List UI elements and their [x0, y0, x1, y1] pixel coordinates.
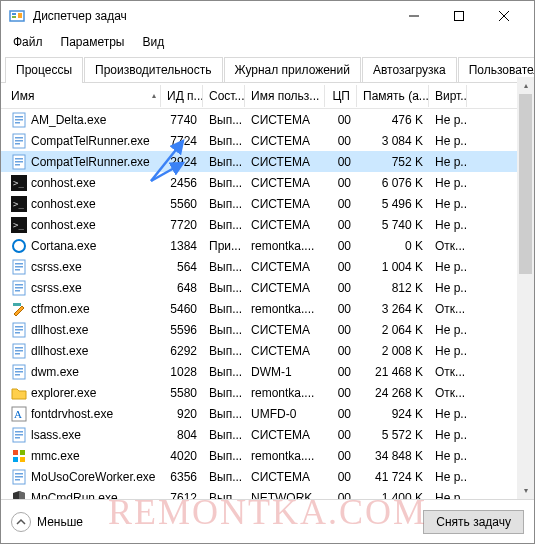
process-icon [11, 427, 27, 443]
svg-rect-45 [15, 368, 23, 370]
cell-pid: 7724 [161, 132, 203, 150]
process-name: CompatTelRunner.exe [31, 134, 150, 148]
svg-rect-54 [13, 450, 18, 455]
svg-rect-43 [15, 353, 20, 355]
process-name: dwm.exe [31, 365, 79, 379]
cell-pid: 4020 [161, 447, 203, 465]
app-icon [9, 8, 25, 24]
cell-memory: 2 008 K [357, 342, 429, 360]
tab-app-history[interactable]: Журнал приложений [224, 57, 361, 82]
cell-user: DWM-1 [245, 363, 325, 381]
cell-state: Вып... [203, 111, 245, 129]
table-row[interactable]: CompatTelRunner.exe2924Вып...СИСТЕМА0075… [1, 151, 534, 172]
cell-virt: Отк... [429, 384, 467, 402]
cell-pid: 648 [161, 279, 203, 297]
col-user[interactable]: Имя польз... [245, 85, 325, 107]
process-icon [11, 280, 27, 296]
cell-name: dllhost.exe [5, 341, 161, 361]
cell-pid: 564 [161, 258, 203, 276]
table-row[interactable]: CompatTelRunner.exe7724Вып...СИСТЕМА003 … [1, 130, 534, 151]
table-row[interactable]: mmc.exe4020Вып...remontka....0034 848 KН… [1, 445, 534, 466]
table-row[interactable]: csrss.exe648Вып...СИСТЕМА00812 KНе р... [1, 277, 534, 298]
process-name: AM_Delta.exe [31, 113, 106, 127]
table-row[interactable]: AM_Delta.exe7740Вып...СИСТЕМА00476 KНе р… [1, 109, 534, 130]
minimize-button[interactable] [391, 2, 436, 30]
fewer-label: Меньше [37, 515, 83, 529]
cell-cpu: 00 [325, 342, 357, 360]
fewer-details-button[interactable]: Меньше [11, 512, 83, 532]
cell-pid: 7740 [161, 111, 203, 129]
table-row[interactable]: >_conhost.exe2456Вып...СИСТЕМА006 076 KН… [1, 172, 534, 193]
cell-name: ctfmon.exe [5, 299, 161, 319]
col-name[interactable]: Имя [5, 85, 161, 107]
col-pid[interactable]: ИД п... [161, 85, 203, 107]
cell-virt: Не р... [429, 132, 467, 150]
tab-startup[interactable]: Автозагрузка [362, 57, 457, 82]
table-row[interactable]: dllhost.exe6292Вып...СИСТЕМА002 008 KНе … [1, 340, 534, 361]
col-virt[interactable]: Вирт... [429, 85, 467, 107]
process-name: mmc.exe [31, 449, 80, 463]
table-row[interactable]: ctfmon.exe5460Вып...remontka....003 264 … [1, 298, 534, 319]
cell-state: Вып... [203, 216, 245, 234]
cell-memory: 21 468 K [357, 363, 429, 381]
table-row[interactable]: explorer.exe5580Вып...remontka....0024 2… [1, 382, 534, 403]
table-row[interactable]: Cortana.exe1384При...remontka....000 KОт… [1, 235, 534, 256]
cell-virt: Не р... [429, 153, 467, 171]
cell-name: MoUsoCoreWorker.exe [5, 467, 161, 487]
close-button[interactable] [481, 2, 526, 30]
process-name: dllhost.exe [31, 323, 88, 337]
table-row[interactable]: dwm.exe1028Вып...DWM-10021 468 KОтк... [1, 361, 534, 382]
table-row[interactable]: Afontdrvhost.exe920Вып...UMFD-000924 KНе… [1, 403, 534, 424]
cell-user: СИСТЕМА [245, 468, 325, 486]
svg-rect-5 [454, 12, 463, 21]
cell-memory: 24 268 K [357, 384, 429, 402]
cell-pid: 6292 [161, 342, 203, 360]
cell-name: >_conhost.exe [5, 215, 161, 235]
tab-processes[interactable]: Процессы [5, 57, 83, 82]
col-state[interactable]: Сост... [203, 85, 245, 107]
scroll-thumb[interactable] [519, 94, 532, 274]
table-row[interactable]: >_conhost.exe7720Вып...СИСТЕМА005 740 KН… [1, 214, 534, 235]
scroll-down-button[interactable]: ▾ [517, 482, 534, 499]
cell-pid: 2456 [161, 174, 203, 192]
tab-performance[interactable]: Производительность [84, 57, 222, 82]
table-row[interactable]: MoUsoCoreWorker.exe6356Вып...СИСТЕМА0041… [1, 466, 534, 487]
table-row[interactable]: lsass.exe804Вып...СИСТЕМА005 572 KНе р..… [1, 424, 534, 445]
process-name: explorer.exe [31, 386, 96, 400]
menu-view[interactable]: Вид [134, 33, 172, 51]
svg-rect-33 [15, 287, 23, 289]
svg-rect-55 [20, 450, 25, 455]
table-row[interactable]: csrss.exe564Вып...СИСТЕМА001 004 KНе р..… [1, 256, 534, 277]
table-row[interactable]: >_conhost.exe5560Вып...СИСТЕМА005 496 KН… [1, 193, 534, 214]
vertical-scrollbar[interactable]: ▴ ▾ [517, 77, 534, 499]
cell-cpu: 00 [325, 195, 357, 213]
maximize-button[interactable] [436, 2, 481, 30]
cell-virt: Отк... [429, 300, 467, 318]
process-name: Cortana.exe [31, 239, 96, 253]
cell-virt: Не р... [429, 468, 467, 486]
cell-pid: 5596 [161, 321, 203, 339]
svg-rect-42 [15, 350, 23, 352]
col-memory[interactable]: Память (а... [357, 85, 429, 107]
process-icon [11, 385, 27, 401]
menu-options[interactable]: Параметры [53, 33, 133, 51]
cell-virt: Отк... [429, 363, 467, 381]
end-task-button[interactable]: Снять задачу [423, 510, 524, 534]
svg-rect-39 [15, 332, 20, 334]
process-name: conhost.exe [31, 176, 96, 190]
cell-memory: 5 496 K [357, 195, 429, 213]
tab-bar: Процессы Производительность Журнал прило… [1, 53, 534, 83]
menu-file[interactable]: Файл [5, 33, 51, 51]
cell-user: СИСТЕМА [245, 174, 325, 192]
cell-cpu: 00 [325, 384, 357, 402]
cell-cpu: 00 [325, 174, 357, 192]
cell-cpu: 00 [325, 111, 357, 129]
cell-user: remontka.... [245, 447, 325, 465]
cell-user: remontka.... [245, 300, 325, 318]
svg-rect-53 [15, 437, 20, 439]
table-row[interactable]: dllhost.exe5596Вып...СИСТЕМА002 064 KНе … [1, 319, 534, 340]
process-icon [11, 364, 27, 380]
svg-text:A: A [14, 408, 22, 420]
scroll-up-button[interactable]: ▴ [517, 77, 534, 94]
col-cpu[interactable]: ЦП [325, 85, 357, 107]
